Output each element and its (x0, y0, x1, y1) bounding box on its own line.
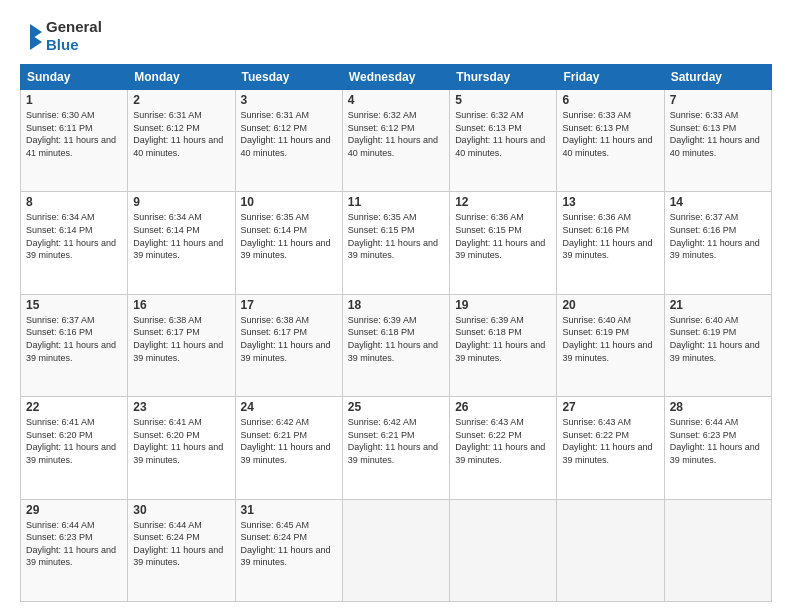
calendar-header-row: SundayMondayTuesdayWednesdayThursdayFrid… (21, 65, 772, 90)
day-number: 11 (348, 195, 444, 209)
day-info: Sunrise: 6:30 AMSunset: 6:11 PMDaylight:… (26, 109, 122, 159)
day-info: Sunrise: 6:34 AMSunset: 6:14 PMDaylight:… (26, 211, 122, 261)
day-number: 22 (26, 400, 122, 414)
day-number: 28 (670, 400, 766, 414)
calendar-cell: 17Sunrise: 6:38 AMSunset: 6:17 PMDayligh… (235, 294, 342, 396)
day-info: Sunrise: 6:36 AMSunset: 6:16 PMDaylight:… (562, 211, 658, 261)
calendar-cell: 7Sunrise: 6:33 AMSunset: 6:13 PMDaylight… (664, 90, 771, 192)
calendar-table: SundayMondayTuesdayWednesdayThursdayFrid… (20, 64, 772, 602)
day-info: Sunrise: 6:37 AMSunset: 6:16 PMDaylight:… (26, 314, 122, 364)
calendar-cell: 25Sunrise: 6:42 AMSunset: 6:21 PMDayligh… (342, 397, 449, 499)
day-number: 10 (241, 195, 337, 209)
day-number: 4 (348, 93, 444, 107)
svg-marker-1 (30, 34, 42, 50)
day-info: Sunrise: 6:35 AMSunset: 6:14 PMDaylight:… (241, 211, 337, 261)
calendar-week-4: 22Sunrise: 6:41 AMSunset: 6:20 PMDayligh… (21, 397, 772, 499)
day-info: Sunrise: 6:31 AMSunset: 6:12 PMDaylight:… (241, 109, 337, 159)
day-info: Sunrise: 6:40 AMSunset: 6:19 PMDaylight:… (670, 314, 766, 364)
day-number: 14 (670, 195, 766, 209)
logo: General Blue (20, 18, 102, 54)
day-info: Sunrise: 6:41 AMSunset: 6:20 PMDaylight:… (133, 416, 229, 466)
day-info: Sunrise: 6:39 AMSunset: 6:18 PMDaylight:… (455, 314, 551, 364)
day-number: 3 (241, 93, 337, 107)
calendar-cell (342, 499, 449, 601)
calendar-header-friday: Friday (557, 65, 664, 90)
calendar-cell: 11Sunrise: 6:35 AMSunset: 6:15 PMDayligh… (342, 192, 449, 294)
logo-bird-icon (20, 20, 42, 52)
day-info: Sunrise: 6:33 AMSunset: 6:13 PMDaylight:… (562, 109, 658, 159)
day-number: 7 (670, 93, 766, 107)
day-number: 8 (26, 195, 122, 209)
day-info: Sunrise: 6:35 AMSunset: 6:15 PMDaylight:… (348, 211, 444, 261)
calendar-header-tuesday: Tuesday (235, 65, 342, 90)
calendar-cell: 5Sunrise: 6:32 AMSunset: 6:13 PMDaylight… (450, 90, 557, 192)
day-number: 26 (455, 400, 551, 414)
day-number: 13 (562, 195, 658, 209)
day-info: Sunrise: 6:44 AMSunset: 6:23 PMDaylight:… (670, 416, 766, 466)
calendar-cell: 15Sunrise: 6:37 AMSunset: 6:16 PMDayligh… (21, 294, 128, 396)
page: General Blue SundayMondayTuesdayWednesda… (0, 0, 792, 612)
calendar-cell: 18Sunrise: 6:39 AMSunset: 6:18 PMDayligh… (342, 294, 449, 396)
day-number: 27 (562, 400, 658, 414)
header: General Blue (20, 18, 772, 54)
day-info: Sunrise: 6:32 AMSunset: 6:13 PMDaylight:… (455, 109, 551, 159)
calendar-cell: 1Sunrise: 6:30 AMSunset: 6:11 PMDaylight… (21, 90, 128, 192)
calendar-cell: 16Sunrise: 6:38 AMSunset: 6:17 PMDayligh… (128, 294, 235, 396)
calendar-header-wednesday: Wednesday (342, 65, 449, 90)
day-number: 18 (348, 298, 444, 312)
calendar-cell: 22Sunrise: 6:41 AMSunset: 6:20 PMDayligh… (21, 397, 128, 499)
calendar-week-5: 29Sunrise: 6:44 AMSunset: 6:23 PMDayligh… (21, 499, 772, 601)
calendar-cell (557, 499, 664, 601)
day-info: Sunrise: 6:42 AMSunset: 6:21 PMDaylight:… (241, 416, 337, 466)
day-info: Sunrise: 6:44 AMSunset: 6:24 PMDaylight:… (133, 519, 229, 569)
calendar-cell: 3Sunrise: 6:31 AMSunset: 6:12 PMDaylight… (235, 90, 342, 192)
calendar-cell: 27Sunrise: 6:43 AMSunset: 6:22 PMDayligh… (557, 397, 664, 499)
day-info: Sunrise: 6:37 AMSunset: 6:16 PMDaylight:… (670, 211, 766, 261)
calendar-cell: 8Sunrise: 6:34 AMSunset: 6:14 PMDaylight… (21, 192, 128, 294)
day-info: Sunrise: 6:40 AMSunset: 6:19 PMDaylight:… (562, 314, 658, 364)
day-info: Sunrise: 6:45 AMSunset: 6:24 PMDaylight:… (241, 519, 337, 569)
day-info: Sunrise: 6:32 AMSunset: 6:12 PMDaylight:… (348, 109, 444, 159)
calendar-cell: 6Sunrise: 6:33 AMSunset: 6:13 PMDaylight… (557, 90, 664, 192)
day-number: 5 (455, 93, 551, 107)
calendar-cell: 30Sunrise: 6:44 AMSunset: 6:24 PMDayligh… (128, 499, 235, 601)
day-number: 16 (133, 298, 229, 312)
day-info: Sunrise: 6:36 AMSunset: 6:15 PMDaylight:… (455, 211, 551, 261)
calendar-cell: 20Sunrise: 6:40 AMSunset: 6:19 PMDayligh… (557, 294, 664, 396)
calendar-week-2: 8Sunrise: 6:34 AMSunset: 6:14 PMDaylight… (21, 192, 772, 294)
calendar-cell: 9Sunrise: 6:34 AMSunset: 6:14 PMDaylight… (128, 192, 235, 294)
calendar-cell: 19Sunrise: 6:39 AMSunset: 6:18 PMDayligh… (450, 294, 557, 396)
calendar-header-saturday: Saturday (664, 65, 771, 90)
day-info: Sunrise: 6:31 AMSunset: 6:12 PMDaylight:… (133, 109, 229, 159)
day-info: Sunrise: 6:43 AMSunset: 6:22 PMDaylight:… (455, 416, 551, 466)
day-info: Sunrise: 6:38 AMSunset: 6:17 PMDaylight:… (241, 314, 337, 364)
logo-blue: Blue (46, 36, 102, 54)
day-info: Sunrise: 6:42 AMSunset: 6:21 PMDaylight:… (348, 416, 444, 466)
day-number: 17 (241, 298, 337, 312)
calendar-cell: 21Sunrise: 6:40 AMSunset: 6:19 PMDayligh… (664, 294, 771, 396)
day-number: 30 (133, 503, 229, 517)
calendar-cell: 4Sunrise: 6:32 AMSunset: 6:12 PMDaylight… (342, 90, 449, 192)
calendar-cell (664, 499, 771, 601)
calendar-header-monday: Monday (128, 65, 235, 90)
logo-container: General Blue (20, 18, 102, 54)
calendar-cell: 24Sunrise: 6:42 AMSunset: 6:21 PMDayligh… (235, 397, 342, 499)
day-number: 6 (562, 93, 658, 107)
day-number: 25 (348, 400, 444, 414)
calendar-cell (450, 499, 557, 601)
day-info: Sunrise: 6:44 AMSunset: 6:23 PMDaylight:… (26, 519, 122, 569)
day-info: Sunrise: 6:34 AMSunset: 6:14 PMDaylight:… (133, 211, 229, 261)
calendar-cell: 14Sunrise: 6:37 AMSunset: 6:16 PMDayligh… (664, 192, 771, 294)
day-info: Sunrise: 6:43 AMSunset: 6:22 PMDaylight:… (562, 416, 658, 466)
calendar-header-sunday: Sunday (21, 65, 128, 90)
calendar-week-3: 15Sunrise: 6:37 AMSunset: 6:16 PMDayligh… (21, 294, 772, 396)
day-number: 9 (133, 195, 229, 209)
calendar-cell: 28Sunrise: 6:44 AMSunset: 6:23 PMDayligh… (664, 397, 771, 499)
day-number: 23 (133, 400, 229, 414)
day-number: 20 (562, 298, 658, 312)
calendar-cell: 13Sunrise: 6:36 AMSunset: 6:16 PMDayligh… (557, 192, 664, 294)
calendar-cell: 29Sunrise: 6:44 AMSunset: 6:23 PMDayligh… (21, 499, 128, 601)
calendar-cell: 23Sunrise: 6:41 AMSunset: 6:20 PMDayligh… (128, 397, 235, 499)
calendar-cell: 10Sunrise: 6:35 AMSunset: 6:14 PMDayligh… (235, 192, 342, 294)
day-number: 19 (455, 298, 551, 312)
